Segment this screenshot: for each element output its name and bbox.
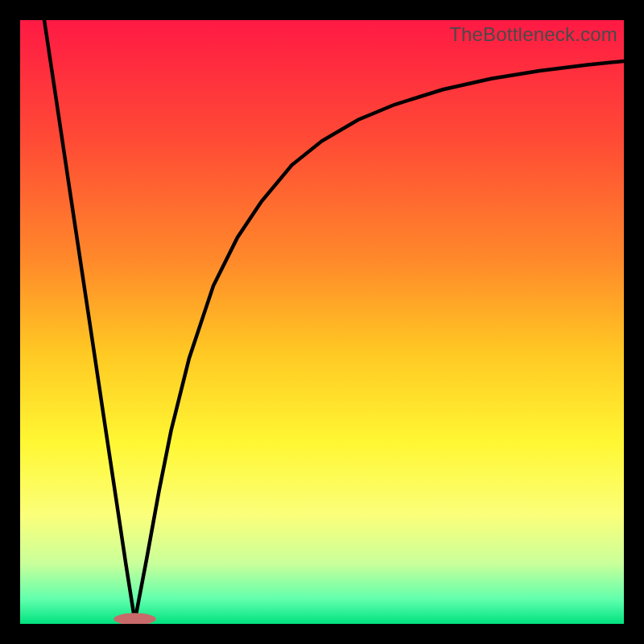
gradient-background: [20, 20, 624, 624]
plot-area: TheBottleneck.com: [20, 20, 624, 624]
chart-svg: [20, 20, 624, 624]
chart-frame: TheBottleneck.com: [0, 0, 644, 644]
